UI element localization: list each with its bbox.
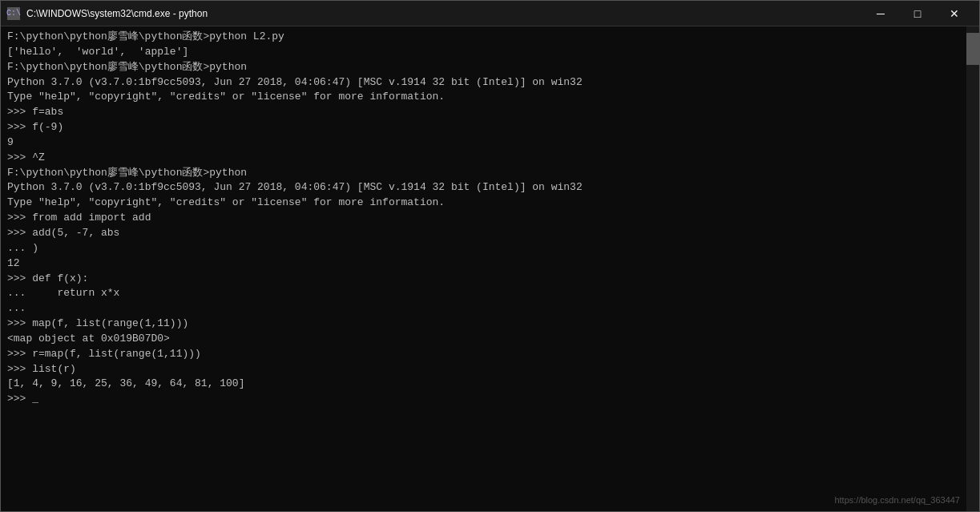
console-line: 9 [7, 135, 973, 151]
app-icon: C:\ [7, 7, 20, 20]
window-controls: ─ □ ✕ [862, 1, 973, 26]
scrollbar[interactable] [966, 26, 979, 511]
scrollbar-thumb[interactable] [966, 33, 979, 65]
console-line: ['hello', 'world', 'apple'] [7, 45, 973, 60]
titlebar: C:\ C:\WINDOWS\system32\cmd.exe - python… [1, 1, 979, 26]
console-line: >>> def f(x): [7, 272, 973, 287]
console-line: [1, 4, 9, 16, 25, 36, 49, 64, 81, 100] [7, 377, 973, 392]
window-title: C:\WINDOWS\system32\cmd.exe - python [26, 8, 862, 19]
console-line: Python 3.7.0 (v3.7.0:1bf9cc5093, Jun 27 … [7, 180, 973, 196]
console-line: F:\python\python廖雪峰\python函数>python [7, 60, 973, 75]
console-line: >>> add(5, -7, abs [7, 226, 973, 241]
console-line: >>> f=abs [7, 105, 973, 120]
maximize-button[interactable]: □ [899, 1, 936, 26]
console-line: >>> ^Z [7, 151, 973, 166]
console-line: 12 [7, 256, 973, 272]
console-line: ... [7, 301, 973, 316]
console-line: Type "help", "copyright", "credits" or "… [7, 196, 973, 211]
console-output: F:\python\python廖雪峰\python函数>python L2.p… [1, 26, 979, 511]
minimize-button[interactable]: ─ [862, 1, 899, 26]
console-line: >>> r=map(f, list(range(1,11))) [7, 347, 973, 362]
window: C:\ C:\WINDOWS\system32\cmd.exe - python… [0, 0, 980, 512]
console-line: Type "help", "copyright", "credits" or "… [7, 90, 973, 105]
close-button[interactable]: ✕ [936, 1, 973, 26]
console-line: ... return x*x [7, 286, 973, 301]
console-line: >>> from add import add [7, 211, 973, 226]
console-line: <map object at 0x019B07D0> [7, 332, 973, 347]
console-line: ... ) [7, 241, 973, 256]
console-line: >>> list(r) [7, 362, 973, 377]
console-line: F:\python\python廖雪峰\python函数>python L2.p… [7, 30, 973, 45]
console-line: >>> _ [7, 392, 973, 407]
console-line: >>> map(f, list(range(1,11))) [7, 316, 973, 332]
console-line: >>> f(-9) [7, 120, 973, 135]
console-content: F:\python\python廖雪峰\python函数>python L2.p… [7, 30, 973, 407]
console-line: Python 3.7.0 (v3.7.0:1bf9cc5093, Jun 27 … [7, 75, 973, 91]
watermark: https://blog.csdn.net/qq_363447 [834, 494, 960, 506]
console-line: F:\python\python廖雪峰\python函数>python [7, 166, 973, 181]
